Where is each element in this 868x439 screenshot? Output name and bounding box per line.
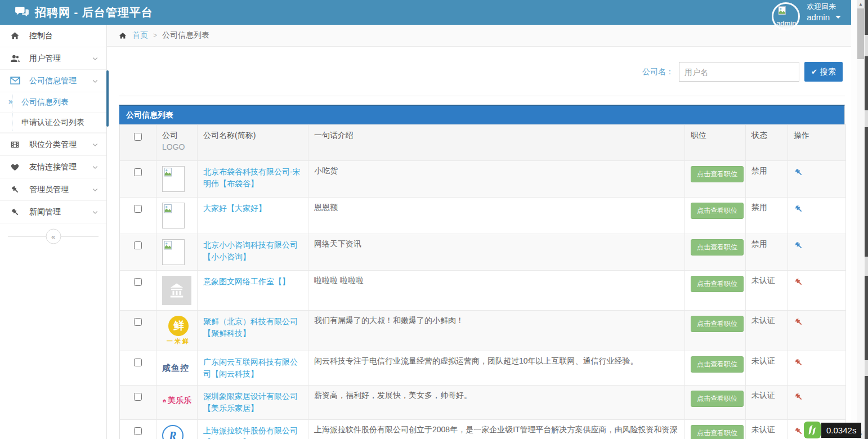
table-row: 意象图文网络工作室【】 啦啦啦 啦啦啦 点击查看职位 未认证 <box>120 271 846 311</box>
breadcrumb: 首页 > 公司信息列表 <box>107 25 851 47</box>
select-all-checkbox[interactable] <box>134 133 142 141</box>
app-title: 招聘网 - 后台管理平台 <box>35 5 153 20</box>
welcome-line1: 欢迎回来 <box>807 2 841 12</box>
jobs-button[interactable]: 点击查看职位 <box>691 316 744 332</box>
row-checkbox[interactable] <box>134 241 142 249</box>
header-action: 操作 <box>788 125 846 161</box>
sidebar-item-label: 职位分类管理 <box>29 140 77 150</box>
submenu-company-info: » 公司信息列表 申请认证公司列表 <box>0 92 106 133</box>
sidebar-collapse-button[interactable]: « <box>46 229 61 244</box>
company-name-link[interactable]: 北京布袋谷科技有限公司-宋明伟【布袋谷】 <box>203 166 302 190</box>
company-table: 公司LOGO 公司名称(简称) 一句话介绍 职位 状态 操作 北京布袋谷科技有限… <box>119 124 846 439</box>
row-checkbox[interactable] <box>134 359 142 366</box>
company-logo-circle-letter: R <box>162 425 191 439</box>
sidebar-item-admin-management[interactable]: 管理员管理 <box>0 178 106 201</box>
sidebar-item-users[interactable]: 用户管理 <box>0 47 106 70</box>
table-row: 鲜一米鲜 聚鲜（北京）科技有限公司【聚鲜科技】 我们有屌爆了的大叔！和嫩爆了的小… <box>120 311 846 351</box>
jobs-button[interactable]: 点击查看职位 <box>691 356 744 373</box>
company-name-link[interactable]: 深圳象限家居设计有限公司【美乐乐家居】 <box>203 391 302 414</box>
jobs-button[interactable]: 点击查看职位 <box>691 391 744 407</box>
company-logo-badge: 鲜一米鲜 <box>162 316 195 346</box>
gavel-action-icon[interactable] <box>794 317 803 326</box>
logo-badge-circle: 鲜 <box>168 316 189 336</box>
logo-cell: 鲜一米鲜 <box>156 311 198 351</box>
row-checkbox[interactable] <box>134 393 142 401</box>
gavel-action-icon[interactable] <box>794 357 803 367</box>
jobs-button[interactable]: 点击查看职位 <box>691 276 744 292</box>
gavel-action-icon[interactable] <box>794 426 803 436</box>
section-divider <box>119 96 845 96</box>
logo-badge-caption: 一米鲜 <box>167 337 190 346</box>
jobs-button[interactable]: 点击查看职位 <box>691 166 744 182</box>
gavel-action-icon[interactable] <box>794 167 803 177</box>
search-label: 公司名： <box>642 67 674 77</box>
envelope-icon <box>10 77 23 85</box>
logo-cell <box>156 234 198 271</box>
company-list-panel: 公司信息列表 公司LOGO 公司名称(简称) 一句话介绍 职位 状态 <box>119 105 845 439</box>
sidebar-scrollbar-thumb[interactable] <box>106 70 109 127</box>
users-icon <box>10 53 23 63</box>
company-name-link[interactable]: 上海派拉软件股份有限公司【派拉软件】 <box>203 425 302 439</box>
check-icon: ✔ <box>811 68 817 76</box>
sidebar-item-dashboard[interactable]: 控制台 <box>0 25 106 47</box>
double-arrow-icon: » <box>8 97 13 106</box>
exec-time-badge: 0.0342s <box>821 423 861 438</box>
gavel-action-icon[interactable] <box>794 240 803 250</box>
scrollbar-thumb[interactable] <box>857 8 864 59</box>
avatar-alt-text: admin <box>776 19 796 28</box>
search-button[interactable]: ✔ 搜索 <box>804 62 843 82</box>
logo-cell: R <box>156 420 198 439</box>
sidebar-item-friend-links[interactable]: 友情连接管理 <box>0 156 106 178</box>
header-logo: 公司LOGO <box>156 125 198 161</box>
row-checkbox[interactable] <box>134 168 142 176</box>
sidebar-item-label: 公司信息管理 <box>29 76 77 86</box>
company-name-link[interactable]: 意象图文网络工作室【】 <box>203 276 290 288</box>
status-text: 未认证 <box>746 311 788 351</box>
gavel-action-icon[interactable] <box>794 392 803 401</box>
submenu-item-company-list[interactable]: » 公司信息列表 <box>0 92 106 113</box>
vertical-scrollbar[interactable]: ▲ ▼ <box>857 0 865 439</box>
status-text: 禁用 <box>746 161 788 198</box>
breadcrumb-home-link[interactable]: 首页 <box>132 30 148 41</box>
company-name-link[interactable]: 北京小小咨询科技有限公司【小小咨询】 <box>203 239 302 263</box>
caret-down-icon <box>835 16 841 21</box>
chevron-down-icon <box>92 55 99 62</box>
logo-cell <box>156 198 198 234</box>
chevron-down-icon <box>92 209 99 216</box>
submenu-item-cert-apply-list[interactable]: 申请认证公司列表 <box>0 113 106 133</box>
company-logo-broken-image <box>162 166 185 192</box>
avatar[interactable]: admin <box>772 2 800 30</box>
row-checkbox[interactable] <box>134 318 142 326</box>
row-checkbox[interactable] <box>134 427 142 435</box>
jobs-button[interactable]: 点击查看职位 <box>691 239 744 256</box>
row-checkbox[interactable] <box>134 205 142 213</box>
gavel-action-icon[interactable] <box>794 204 803 213</box>
company-intro: 网络天下资讯 <box>308 234 685 271</box>
search-button-label: 搜索 <box>820 67 836 77</box>
panel-title: 公司信息列表 <box>119 106 844 124</box>
company-intro: 恩恩额 <box>308 198 685 234</box>
table-header-row: 公司LOGO 公司名称(简称) 一句话介绍 职位 状态 操作 <box>120 125 846 161</box>
company-name-link[interactable]: 聚鲜（北京）科技有限公司【聚鲜科技】 <box>203 316 302 339</box>
app-viewport: 招聘网 - 后台管理平台 admin 欢迎回来 admin 控制台 <box>0 0 868 439</box>
company-name-link[interactable]: 广东闲云互联网科技有限公司【闲云科技】 <box>203 356 302 380</box>
header-job: 职位 <box>685 125 746 161</box>
film-icon <box>10 140 23 149</box>
chevron-down-icon <box>92 164 99 171</box>
header-intro: 一句话介绍 <box>308 125 685 161</box>
company-logo-broken-image <box>162 239 185 265</box>
sidebar-item-job-category[interactable]: 职位分类管理 <box>0 133 106 156</box>
user-menu[interactable]: admin 欢迎回来 admin <box>772 0 841 25</box>
scroll-up-arrow[interactable]: ▲ <box>857 0 865 8</box>
gavel-action-icon[interactable] <box>794 277 803 286</box>
sidebar-item-label: 友情连接管理 <box>29 162 77 172</box>
company-name-link[interactable]: 大家好【大家好】 <box>203 203 266 214</box>
sidebar-item-company-info[interactable]: 公司信息管理 <box>0 70 106 92</box>
row-checkbox[interactable] <box>134 278 142 286</box>
jobs-button[interactable]: 点击查看职位 <box>691 203 744 219</box>
home-icon <box>10 31 23 41</box>
company-logo-bank-icon <box>162 276 191 305</box>
sidebar-item-news-management[interactable]: 新闻管理 <box>0 201 106 223</box>
company-name-input[interactable] <box>679 62 799 82</box>
jobs-button[interactable]: 点击查看职位 <box>691 425 744 439</box>
